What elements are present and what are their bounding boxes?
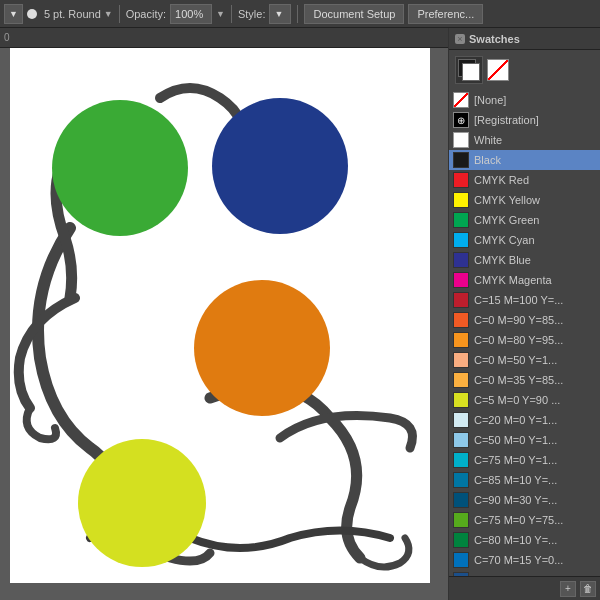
- swatches-header: [449, 50, 600, 90]
- swatches-list: [None]⊕[Registration]WhiteBlackCMYK RedC…: [449, 90, 600, 576]
- swatches-close-bar: × Swatches: [449, 28, 600, 50]
- green-circle: [52, 100, 188, 236]
- color-swatch-4: [453, 172, 469, 188]
- swatch-name-4: CMYK Red: [474, 174, 529, 186]
- swatch-name-21: C=75 M=0 Y=75...: [474, 514, 563, 526]
- color-swatch-12: [453, 332, 469, 348]
- swatch-item-21[interactable]: C=75 M=0 Y=75...: [449, 510, 600, 530]
- main-area: 0: [0, 28, 600, 600]
- opacity-label: Opacity:: [126, 8, 166, 20]
- swatch-item-12[interactable]: C=0 M=80 Y=95...: [449, 330, 600, 350]
- brush-style-label: Round: [68, 8, 100, 20]
- swatch-item-20[interactable]: C=90 M=30 Y=...: [449, 490, 600, 510]
- swatch-item-1[interactable]: ⊕[Registration]: [449, 110, 600, 130]
- fg-bg-swatch-box[interactable]: [455, 56, 483, 84]
- separator-1: [119, 5, 120, 23]
- swatch-item-6[interactable]: CMYK Green: [449, 210, 600, 230]
- swatch-name-14: C=0 M=35 Y=85...: [474, 374, 563, 386]
- canvas-area: 0: [0, 28, 448, 600]
- color-swatch-6: [453, 212, 469, 228]
- brush-size-label: 5 pt.: [44, 8, 65, 20]
- opacity-dropdown-icon[interactable]: ▼: [216, 9, 225, 19]
- swatch-item-5[interactable]: CMYK Yellow: [449, 190, 600, 210]
- none-swatch-icon[interactable]: [487, 59, 509, 81]
- brush-dropdown-icon[interactable]: ▼: [104, 9, 113, 19]
- color-swatch-18: [453, 452, 469, 468]
- swatches-panel: × Swatches [None]⊕[Registration]WhiteBla…: [448, 28, 600, 600]
- canvas-ruler: 0: [0, 28, 448, 48]
- swatch-item-15[interactable]: C=5 M=0 Y=90 ...: [449, 390, 600, 410]
- swatches-footer: + 🗑: [449, 576, 600, 600]
- color-swatch-19: [453, 472, 469, 488]
- swatch-name-22: C=80 M=10 Y=...: [474, 534, 557, 546]
- style-dropdown[interactable]: ▼: [269, 4, 291, 24]
- ruler-label: 0: [4, 32, 10, 43]
- swatch-name-13: C=0 M=50 Y=1...: [474, 354, 557, 366]
- swatches-panel-title: Swatches: [469, 33, 520, 45]
- separator-3: [297, 5, 298, 23]
- swatch-item-23[interactable]: C=70 M=15 Y=0...: [449, 550, 600, 570]
- swatch-item-11[interactable]: C=0 M=90 Y=85...: [449, 310, 600, 330]
- swatch-name-15: C=5 M=0 Y=90 ...: [474, 394, 560, 406]
- swatch-name-18: C=75 M=0 Y=1...: [474, 454, 557, 466]
- swatch-item-2[interactable]: White: [449, 130, 600, 150]
- toolbar: ▼ 5 pt. Round ▼ Opacity: ▼ Style: ▼ Docu…: [0, 0, 600, 28]
- swatch-item-0[interactable]: [None]: [449, 90, 600, 110]
- swatch-item-9[interactable]: CMYK Magenta: [449, 270, 600, 290]
- swatch-item-16[interactable]: C=20 M=0 Y=1...: [449, 410, 600, 430]
- color-swatch-17: [453, 432, 469, 448]
- color-swatch-2: [453, 132, 469, 148]
- swatch-name-1: [Registration]: [474, 114, 539, 126]
- swatch-item-13[interactable]: C=0 M=50 Y=1...: [449, 350, 600, 370]
- swatch-name-17: C=50 M=0 Y=1...: [474, 434, 557, 446]
- opacity-input[interactable]: [170, 4, 212, 24]
- swatch-name-6: CMYK Green: [474, 214, 539, 226]
- swatch-item-3[interactable]: Black: [449, 150, 600, 170]
- color-swatch-7: [453, 232, 469, 248]
- yellow-circle: [78, 439, 206, 567]
- swatch-name-5: CMYK Yellow: [474, 194, 540, 206]
- preferences-button[interactable]: Preferenc...: [408, 4, 483, 24]
- background-swatch[interactable]: [462, 63, 480, 81]
- swatch-item-19[interactable]: C=85 M=10 Y=...: [449, 470, 600, 490]
- color-swatch-11: [453, 312, 469, 328]
- swatch-name-8: CMYK Blue: [474, 254, 531, 266]
- orange-circle: [194, 280, 330, 416]
- swatch-item-14[interactable]: C=0 M=35 Y=85...: [449, 370, 600, 390]
- registration-color-icon: ⊕: [453, 112, 469, 128]
- separator-2: [231, 5, 232, 23]
- color-swatch-21: [453, 512, 469, 528]
- swatch-name-7: CMYK Cyan: [474, 234, 535, 246]
- color-swatch-22: [453, 532, 469, 548]
- color-swatch-5: [453, 192, 469, 208]
- color-swatch-9: [453, 272, 469, 288]
- color-swatch-16: [453, 412, 469, 428]
- swatch-item-8[interactable]: CMYK Blue: [449, 250, 600, 270]
- swatch-name-9: CMYK Magenta: [474, 274, 552, 286]
- swatch-item-4[interactable]: CMYK Red: [449, 170, 600, 190]
- color-swatch-13: [453, 352, 469, 368]
- delete-swatch-button[interactable]: 🗑: [580, 581, 596, 597]
- color-swatch-8: [453, 252, 469, 268]
- tool-dropdown[interactable]: ▼: [4, 4, 23, 24]
- swatch-item-10[interactable]: C=15 M=100 Y=...: [449, 290, 600, 310]
- swatches-close-button[interactable]: ×: [455, 34, 465, 44]
- swatch-item-7[interactable]: CMYK Cyan: [449, 230, 600, 250]
- canvas[interactable]: [10, 48, 430, 583]
- swatch-name-20: C=90 M=30 Y=...: [474, 494, 557, 506]
- color-swatch-14: [453, 372, 469, 388]
- doc-setup-button[interactable]: Document Setup: [304, 4, 404, 24]
- swatch-item-17[interactable]: C=50 M=0 Y=1...: [449, 430, 600, 450]
- swatch-item-18[interactable]: C=75 M=0 Y=1...: [449, 450, 600, 470]
- color-swatch-15: [453, 392, 469, 408]
- color-swatch-20: [453, 492, 469, 508]
- swatch-name-0: [None]: [474, 94, 506, 106]
- blue-circle: [212, 98, 348, 234]
- swatch-name-2: White: [474, 134, 502, 146]
- swatch-item-22[interactable]: C=80 M=10 Y=...: [449, 530, 600, 550]
- swatch-name-23: C=70 M=15 Y=0...: [474, 554, 563, 566]
- style-label: Style:: [238, 8, 266, 20]
- new-swatch-button[interactable]: +: [560, 581, 576, 597]
- swatch-name-11: C=0 M=90 Y=85...: [474, 314, 563, 326]
- swatch-name-19: C=85 M=10 Y=...: [474, 474, 557, 486]
